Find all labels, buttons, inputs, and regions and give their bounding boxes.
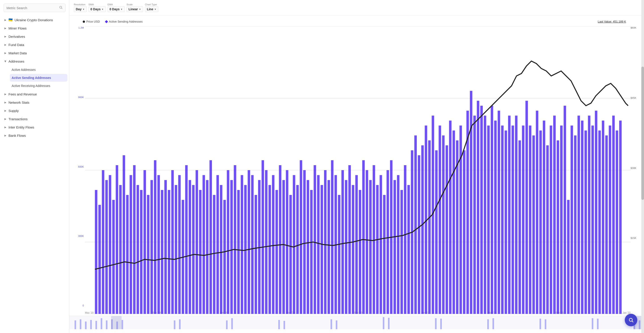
svg-rect-161	[80, 319, 82, 329]
svg-rect-119	[484, 116, 486, 314]
sidebar-item-active-sending-addresses[interactable]: Active Sending Addresses	[10, 74, 67, 82]
svg-rect-129	[518, 140, 521, 314]
svg-rect-107	[442, 135, 444, 314]
svg-rect-73	[324, 170, 326, 314]
y-label-45k: $45K	[630, 96, 636, 99]
sidebar-item-addresses[interactable]: ▶ Addresses	[0, 57, 69, 65]
svg-rect-16	[126, 195, 128, 314]
svg-rect-171	[179, 319, 181, 329]
svg-rect-14	[119, 185, 122, 314]
svg-rect-133	[532, 135, 535, 314]
y-label-1-2m: 1.2M	[78, 26, 84, 29]
metric-legend-label: Active Sending Addresses	[109, 20, 143, 23]
addresses-submenu: Active Addresses Active Sending Addresse…	[0, 66, 69, 90]
sidebar-item-label: Derivatives	[8, 35, 25, 38]
svg-rect-17	[130, 175, 132, 314]
svg-rect-136	[543, 120, 545, 314]
svg-rect-187	[597, 319, 598, 329]
svg-rect-18	[133, 165, 136, 314]
search-input[interactable]	[6, 6, 59, 10]
svg-rect-126	[508, 116, 510, 314]
sidebar-item-label: Ukraine Crypto Donations	[14, 18, 53, 22]
svg-rect-170	[174, 321, 175, 329]
svg-rect-147	[581, 120, 584, 314]
price-dot	[83, 20, 85, 23]
svg-rect-157	[616, 130, 618, 314]
svg-rect-120	[487, 126, 490, 314]
svg-rect-70	[314, 165, 316, 314]
sma-value: 0 Days	[90, 7, 100, 11]
svg-rect-66	[300, 160, 302, 314]
sidebar-item-fund-data[interactable]: ▶ Fund Data	[0, 41, 69, 49]
scale-select[interactable]: Linear ▼	[126, 6, 143, 12]
y-label-300k: 300K	[78, 235, 84, 237]
resolution-select[interactable]: Day ▼	[74, 6, 87, 12]
sidebar-item-bank-flows[interactable]: ▶ Bank Flows	[0, 131, 69, 140]
svg-rect-155	[609, 126, 611, 314]
svg-rect-55	[262, 160, 264, 314]
svg-rect-169	[122, 320, 123, 329]
svg-rect-85	[366, 170, 368, 314]
fab-search-button[interactable]	[625, 314, 637, 326]
svg-rect-23	[150, 180, 153, 314]
ema-group: EMA 0 Days ▼	[108, 3, 125, 12]
sidebar-item-miner-flows[interactable]: ▶ Miner Flows	[0, 24, 69, 32]
chart-svg	[85, 26, 630, 314]
svg-rect-11	[109, 175, 111, 314]
sma-label: SMA	[88, 3, 106, 6]
svg-rect-62	[286, 170, 288, 314]
sidebar-item-ukraine[interactable]: ▶ 🇺🇦 Ukraine Crypto Donations	[0, 16, 69, 24]
scrollbar[interactable]	[641, 0, 644, 333]
sidebar-item-active-addresses[interactable]: Active Addresses	[10, 66, 67, 73]
svg-rect-152	[598, 130, 601, 314]
sidebar-item-inter-entity-flows[interactable]: ▶ Inter Entity Flows	[0, 123, 69, 131]
svg-rect-165	[100, 318, 102, 329]
sma-group: SMA 0 Days ▼	[88, 3, 106, 12]
scale-label: Scale	[126, 3, 143, 6]
sidebar-item-fees-revenue[interactable]: ▶ Fees and Revenue	[0, 90, 69, 98]
svg-rect-176	[330, 319, 332, 329]
arrow-icon: ▶	[4, 27, 6, 30]
ema-select[interactable]: 0 Days ▼	[108, 6, 125, 12]
svg-rect-127	[512, 126, 514, 314]
sidebar-item-network-stats[interactable]: ▶ Network Stats	[0, 98, 69, 107]
svg-rect-160	[74, 321, 76, 329]
sidebar-item-label: Network Stats	[8, 101, 29, 104]
resolution-value: Day	[76, 7, 82, 11]
sidebar-item-derivatives[interactable]: ▶ Derivatives	[0, 32, 69, 41]
y-label-900k: 900K	[78, 96, 84, 99]
search-box[interactable]	[4, 3, 66, 12]
svg-rect-26	[161, 190, 163, 314]
fab-search-icon	[628, 317, 634, 323]
sidebar-item-active-receiving-addresses[interactable]: Active Receiving Addresses	[10, 82, 67, 90]
svg-rect-57	[268, 185, 271, 314]
chart-type-select[interactable]: Line ▼	[145, 6, 158, 12]
svg-rect-128	[515, 116, 518, 314]
caret-icon: ▼	[139, 8, 141, 10]
svg-rect-78	[342, 170, 344, 314]
scrollbar-thumb[interactable]	[641, 67, 644, 200]
sidebar-item-transactions[interactable]: ▶ Transactions	[0, 115, 69, 123]
y-label-30k: $30K	[630, 167, 636, 169]
svg-rect-71	[317, 175, 320, 314]
svg-rect-44	[224, 200, 226, 314]
sidebar-item-supply[interactable]: ▶ Supply	[0, 107, 69, 115]
sma-select[interactable]: 0 Days ▼	[88, 6, 106, 12]
y-label-0: 0	[82, 304, 84, 307]
sidebar-item-market-data[interactable]: ▶ Market Data	[0, 49, 69, 57]
svg-rect-25	[158, 175, 160, 314]
svg-rect-149	[588, 116, 590, 314]
chart-type-label: Chart Type	[145, 3, 158, 6]
main-panel: Resolution Day ▼ SMA 0 Days ▼ EMA 0 Days…	[69, 0, 644, 333]
svg-rect-82	[355, 175, 358, 314]
svg-rect-139	[553, 116, 556, 314]
svg-rect-137	[546, 145, 549, 314]
arrow-icon: ▶	[4, 101, 6, 104]
ema-value: 0 Days	[110, 7, 120, 11]
svg-rect-72	[321, 185, 323, 314]
svg-rect-148	[584, 130, 587, 314]
svg-rect-95	[400, 190, 403, 314]
svg-rect-142	[564, 106, 566, 314]
svg-rect-131	[526, 101, 528, 314]
svg-rect-41	[213, 195, 215, 314]
